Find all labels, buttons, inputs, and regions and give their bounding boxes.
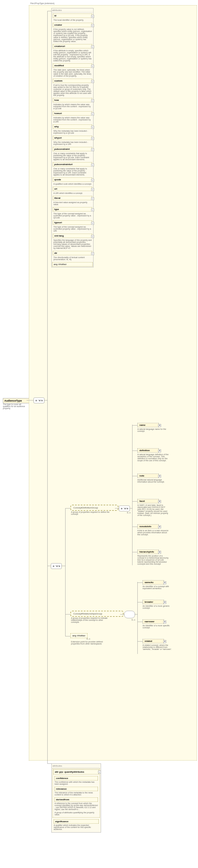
attr-derivedfrom[interactable]: derivedfrom bbox=[55, 798, 98, 802]
expand-icon[interactable]: + bbox=[163, 621, 166, 623]
attr-typeuri[interactable]: typeuri– bbox=[53, 220, 92, 225]
attr-whyuri[interactable]: whyuri– bbox=[53, 136, 92, 140]
collapse-icon[interactable]: – bbox=[91, 24, 94, 27]
attr-desc: If the attribute is empty, specifies whi… bbox=[53, 50, 92, 62]
element-sameAs[interactable]: sameAs+ bbox=[143, 580, 164, 585]
element-related[interactable]: related+ bbox=[143, 639, 164, 643]
element-name: definition bbox=[139, 449, 150, 452]
collapse-icon[interactable]: – bbox=[98, 771, 101, 774]
expand-icon[interactable]: + bbox=[158, 475, 161, 478]
element-name: related bbox=[145, 640, 152, 643]
collapse-icon[interactable]: – bbox=[91, 45, 94, 49]
sequence-indicator bbox=[51, 563, 62, 569]
element-desc: Represents the position of a concept in … bbox=[137, 555, 169, 565]
attr-uri[interactable]: uri– bbox=[53, 187, 92, 191]
attr-how[interactable]: how– bbox=[53, 98, 92, 102]
attr-pubconstraint[interactable]: pubconstraint– bbox=[53, 147, 92, 151]
expand-icon[interactable]: + bbox=[163, 581, 166, 584]
attr-type[interactable]: type– bbox=[53, 207, 92, 212]
attr-name: modified bbox=[54, 64, 64, 67]
attr-qcode[interactable]: qcode– bbox=[53, 178, 92, 182]
root-type-box: AudienceType bbox=[3, 398, 29, 403]
attr-literal[interactable]: literal– bbox=[53, 196, 92, 200]
attr-desc: The local identifier of the property. bbox=[53, 19, 92, 21]
attr-name: confidence bbox=[56, 777, 68, 780]
quantify-group-title[interactable]: attr grp: quantifyAttributes – bbox=[53, 770, 99, 774]
group-desc: A group of properties required to indica… bbox=[71, 617, 111, 623]
attr-desc: Indicates by which means the value was e… bbox=[53, 103, 92, 110]
attr-name: dir bbox=[54, 252, 57, 254]
collapse-icon[interactable]: – bbox=[91, 179, 94, 182]
collapse-icon[interactable]: – bbox=[91, 188, 94, 191]
attr-desc: The type of the concept assigned as cont… bbox=[53, 226, 92, 232]
element-definition[interactable]: definition+ bbox=[137, 448, 159, 453]
attr-desc: If set to true the corresponding propert… bbox=[53, 84, 92, 96]
collapse-icon[interactable]: – bbox=[91, 137, 94, 140]
element-name: facet bbox=[139, 500, 145, 502]
element-name[interactable]: name+ bbox=[137, 423, 159, 427]
expand-icon[interactable]: + bbox=[158, 525, 161, 528]
concept-definition-group: ConceptDefinitionGroup bbox=[70, 505, 118, 511]
collapse-icon[interactable]: – bbox=[91, 126, 94, 129]
cardinality: 0..∞ bbox=[127, 512, 131, 514]
element-desc: Additional natural language information … bbox=[137, 479, 169, 483]
attr-confidence[interactable]: confidence bbox=[55, 776, 98, 780]
quantify-attributes-box: attributes attr grp: quantifyAttributes … bbox=[51, 764, 101, 833]
collapse-icon[interactable]: – bbox=[91, 164, 94, 166]
expand-icon[interactable]: + bbox=[158, 424, 161, 427]
element-facet[interactable]: facet+ bbox=[137, 499, 159, 503]
attr-desc: Indicates by which means the value was e… bbox=[53, 117, 92, 123]
element-note[interactable]: note+ bbox=[137, 474, 159, 478]
collapse-icon[interactable]: – bbox=[91, 197, 94, 200]
connector bbox=[61, 566, 65, 566]
collapse-icon[interactable]: – bbox=[91, 148, 94, 151]
attr-howuri[interactable]: howuri– bbox=[53, 111, 92, 116]
attr-desc: A URI which identifies a concept. bbox=[53, 192, 92, 194]
collapse-icon[interactable]: – bbox=[91, 222, 94, 225]
attr-why[interactable]: why– bbox=[53, 124, 92, 129]
attr-desc: The relevance of the metadata to the new… bbox=[55, 792, 98, 796]
any-other-desc: Extension point for provider-defined pro… bbox=[71, 641, 111, 645]
collapse-icon[interactable]: – bbox=[91, 65, 94, 68]
attr-pubconstrainturi[interactable]: pubconstrainturi– bbox=[53, 162, 92, 166]
attr-desc: The date (and, optionally, the time) whe… bbox=[53, 69, 92, 77]
element-desc: An identifier of a more generic concept. bbox=[143, 605, 174, 609]
collapse-icon[interactable]: – bbox=[91, 80, 94, 83]
collapse-icon[interactable]: – bbox=[91, 113, 94, 116]
attr-desc: One or many constraints that apply to pu… bbox=[53, 152, 92, 160]
attr-id[interactable]: id– bbox=[53, 13, 92, 18]
collapse-icon[interactable]: – bbox=[91, 99, 94, 102]
attr-name: uri bbox=[54, 188, 57, 190]
element-desc: A link to an item or a web resource whic… bbox=[137, 529, 169, 535]
attr-custom[interactable]: custom– bbox=[53, 79, 92, 83]
connector bbox=[65, 636, 70, 637]
element-broader[interactable]: broader+ bbox=[143, 600, 164, 604]
attr-significance[interactable]: significance bbox=[54, 819, 99, 824]
expand-icon[interactable]: + bbox=[158, 450, 161, 452]
element-remoteInfo[interactable]: remoteInfo+ bbox=[137, 524, 159, 529]
element-name: remoteInfo bbox=[139, 525, 151, 528]
root-type-desc: The type to cover all qualifers for an a… bbox=[3, 403, 28, 409]
attr-creatoruri[interactable]: creatoruri– bbox=[53, 44, 92, 49]
expand-icon[interactable]: + bbox=[158, 500, 161, 503]
attr-relevance[interactable]: relevance bbox=[55, 787, 98, 791]
connector bbox=[132, 451, 137, 451]
collapse-icon[interactable]: – bbox=[91, 15, 94, 18]
attr-xml-lang[interactable]: xml:lang– bbox=[53, 234, 92, 238]
expand-icon[interactable]: + bbox=[158, 551, 161, 554]
connector bbox=[47, 566, 51, 566]
collapse-icon[interactable]: – bbox=[91, 235, 94, 238]
element-narrower[interactable]: narrower+ bbox=[143, 619, 164, 624]
expand-icon[interactable]: + bbox=[163, 601, 166, 604]
attr-modified[interactable]: modified– bbox=[53, 63, 92, 68]
expand-icon[interactable]: + bbox=[163, 640, 166, 643]
attr-dir[interactable]: dir– bbox=[53, 251, 92, 255]
attr-name: xml:lang bbox=[54, 235, 64, 237]
connector bbox=[132, 552, 137, 552]
collapse-icon[interactable]: – bbox=[91, 252, 94, 255]
attr-creator[interactable]: creator– bbox=[53, 23, 92, 27]
collapse-icon[interactable]: – bbox=[91, 209, 94, 212]
element-hierarchyInfo[interactable]: hierarchyInfo+ bbox=[137, 550, 159, 554]
concept-relationships-group: ConceptRelationshipsGroup bbox=[70, 611, 123, 617]
connector bbox=[137, 641, 143, 642]
